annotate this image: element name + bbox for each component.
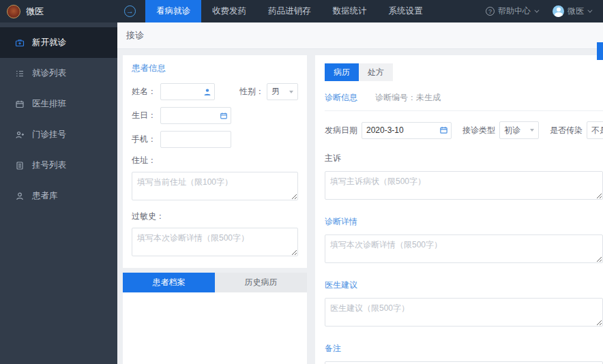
- sidebar-item-label: 新开就诊: [32, 37, 66, 48]
- help-center-menu[interactable]: ? 帮助中心: [486, 5, 538, 17]
- form-row-name-gender: 姓名： 性别：: [132, 83, 298, 100]
- breadcrumb-label: 接诊: [126, 29, 144, 42]
- calendar-icon: [15, 100, 25, 109]
- sidebar-item-registration-list[interactable]: 挂号列表: [0, 150, 117, 181]
- nav-label: 系统设置: [389, 5, 423, 17]
- patient-column: 患者信息 姓名：: [123, 55, 307, 364]
- gender-select[interactable]: 男: [267, 83, 298, 100]
- chief-complaint-label: 主诉: [325, 153, 603, 164]
- sidebar-item-new-visit[interactable]: 新开就诊: [0, 27, 117, 58]
- top-right: ? 帮助中心 微医: [486, 5, 603, 17]
- patient-tabs: 患者档案 历史病历: [123, 273, 307, 292]
- person-icon: [203, 88, 211, 96]
- document-list-icon: [15, 161, 25, 170]
- patient-tabs-panel: 患者档案 历史病历: [123, 273, 307, 364]
- sidebar-item-patient-library[interactable]: 患者库: [0, 181, 117, 211]
- sidebar: 新开就诊 就诊列表 医生排班 门诊挂号: [0, 22, 117, 364]
- nav-label: 药品进销存: [268, 5, 311, 17]
- chevron-down-icon: [534, 8, 539, 13]
- user-label: 微医: [568, 5, 584, 17]
- diagnosis-info-row: 诊断信息 诊断编号：未生成: [325, 92, 603, 104]
- remark-textarea[interactable]: [325, 361, 603, 364]
- content: 患者信息 姓名：: [117, 49, 603, 364]
- sidebar-item-label: 就诊列表: [32, 67, 66, 79]
- logo-text: 微医: [26, 5, 44, 18]
- record-tabs: 病历 处方: [325, 63, 393, 81]
- patient-info-panel: 患者信息 姓名：: [123, 55, 307, 268]
- sidebar-item-registration[interactable]: 门诊挂号: [0, 119, 117, 150]
- medical-kit-icon: [15, 38, 25, 48]
- logo: 微医: [0, 5, 117, 18]
- phone-input[interactable]: [160, 131, 231, 148]
- nav-item-settings[interactable]: 系统设置: [378, 0, 434, 22]
- tab-patient-archive[interactable]: 患者档案: [123, 273, 215, 292]
- tab-label: 历史病历: [245, 277, 278, 288]
- nav-item-outpatient[interactable]: 看病就诊: [145, 0, 201, 22]
- select-caret-icon: [289, 91, 293, 93]
- tab-label: 病历: [334, 67, 350, 77]
- doctor-advice-textarea[interactable]: [325, 298, 603, 327]
- phone-label: 手机：: [132, 134, 160, 145]
- sidebar-item-label: 患者库: [32, 190, 58, 202]
- help-icon: ?: [486, 7, 495, 16]
- list-icon: [15, 69, 25, 78]
- nav-item-inventory[interactable]: 药品进销存: [257, 0, 322, 22]
- birthday-label: 生日：: [132, 110, 160, 121]
- select-caret-icon: [530, 129, 534, 132]
- tab-label: 患者档案: [153, 277, 186, 288]
- chief-complaint-textarea[interactable]: [325, 171, 603, 200]
- remark-label: 备注: [325, 343, 603, 354]
- allergy-label: 过敏史：: [132, 211, 298, 222]
- infectious-value: 不是: [591, 125, 603, 136]
- avatar: [553, 5, 564, 17]
- nav-item-billing[interactable]: 收费发药: [201, 0, 257, 22]
- nav-label: 看病就诊: [156, 5, 190, 17]
- infectious-label: 是否传染: [550, 125, 583, 136]
- registration-icon: [15, 130, 25, 140]
- sidebar-item-doctor-schedule[interactable]: 医生排班: [0, 89, 117, 119]
- user-icon: [15, 192, 25, 201]
- doctor-advice-label: 医生建议: [325, 279, 603, 291]
- calendar-icon[interactable]: [220, 112, 228, 120]
- breadcrumb: 接诊: [117, 22, 603, 49]
- visit-type-label: 接诊类型: [462, 125, 495, 136]
- nav-item-statistics[interactable]: 数据统计: [322, 0, 378, 22]
- sidebar-item-label: 门诊挂号: [32, 129, 66, 140]
- nav-label: 数据统计: [333, 5, 367, 17]
- divider: [325, 110, 603, 111]
- form-row-birthday: 生日：: [132, 107, 298, 124]
- help-label: 帮助中心: [498, 5, 531, 17]
- collapsed-action-button[interactable]: [597, 42, 603, 60]
- name-label: 姓名：: [132, 86, 160, 97]
- gender-label: 性别：: [239, 86, 264, 97]
- condition-row: 发病日期 接诊类型 初诊 是否传染: [325, 121, 603, 139]
- visit-type-select[interactable]: 初诊: [499, 121, 539, 139]
- infectious-select[interactable]: 不是: [587, 121, 603, 139]
- top-nav: 看病就诊 收费发药 药品进销存 数据统计 系统设置: [145, 0, 434, 22]
- user-menu[interactable]: 微医: [553, 5, 591, 17]
- allergy-textarea[interactable]: [132, 228, 298, 256]
- panel-title: 患者信息: [132, 63, 298, 74]
- sidebar-item-label: 医生排班: [32, 98, 66, 110]
- onset-date-label: 发病日期: [325, 125, 357, 136]
- tab-prescription[interactable]: 处方: [359, 63, 393, 81]
- calendar-icon[interactable]: [439, 126, 448, 135]
- medical-record-panel: 病历 处方 诊断信息 诊断编号：未生成 发病日期: [315, 55, 603, 364]
- onset-date-input[interactable]: [362, 122, 452, 139]
- app-screen: 微医 → 看病就诊 收费发药 药品进销存 数据统计 系统设置 ? 帮助中心 微医: [0, 0, 603, 364]
- diagnosis-info-label: 诊断信息: [325, 92, 357, 104]
- diagnosis-detail-label: 诊断详情: [325, 216, 603, 228]
- tab-history-records[interactable]: 历史病历: [215, 273, 307, 292]
- gender-value: 男: [271, 86, 280, 97]
- sidebar-item-visit-list[interactable]: 就诊列表: [0, 58, 117, 89]
- patient-tabs-body: [123, 292, 307, 364]
- address-label: 住址：: [132, 155, 298, 166]
- sidebar-item-label: 挂号列表: [32, 160, 66, 171]
- visit-type-value: 初诊: [504, 125, 520, 136]
- diagnosis-detail-textarea[interactable]: [325, 234, 603, 263]
- tab-medical-record[interactable]: 病历: [325, 63, 359, 81]
- collapse-sidebar-icon[interactable]: →: [124, 5, 136, 17]
- chevron-down-icon: [587, 8, 592, 13]
- address-textarea[interactable]: [132, 172, 298, 200]
- main-area: 接诊 患者信息 姓名：: [117, 22, 603, 364]
